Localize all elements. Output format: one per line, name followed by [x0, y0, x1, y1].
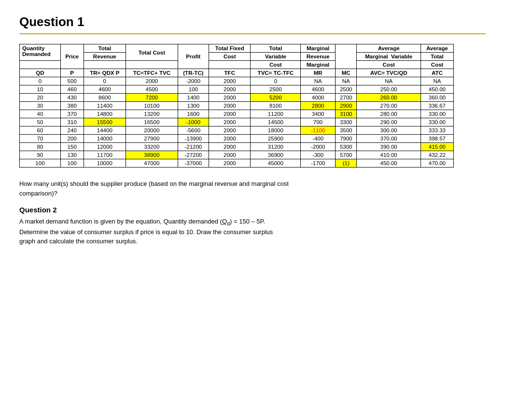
col-tr-abbr [84, 61, 126, 69]
cell-avc: 250.00 [357, 85, 421, 94]
cell-mc: 3500 [335, 126, 357, 135]
col-tvc-header2: Variable [251, 53, 301, 61]
cell-profit: 1600 [178, 110, 209, 118]
cell-mc: 5300 [335, 143, 357, 151]
economics-table: QuantityDemanded Price Total Total Cost … [19, 44, 454, 168]
col-qd-sym: QD [20, 69, 61, 77]
cell-p: 200 [60, 135, 84, 143]
cell-atc: 330.00 [421, 118, 453, 126]
cell-mr: 4600 [301, 85, 336, 94]
cell-mr: 2800 [301, 102, 336, 110]
col-qd-header: QuantityDemanded [20, 44, 61, 61]
cell-mr: 3400 [301, 110, 336, 118]
cell-profit: 1400 [178, 94, 209, 102]
col-avc-header2: Marginal Variable [357, 53, 421, 61]
cell-mc: 2700 [335, 94, 357, 102]
cell-qd: 90 [20, 151, 61, 159]
cell-atc: 415.00 [421, 143, 453, 151]
cell-mr: -1100 [301, 126, 336, 135]
cell-tvc: 2500 [251, 85, 301, 94]
cell-tc: 2000 [126, 77, 178, 85]
col-tc-abbr [126, 61, 178, 69]
cell-tfc: 2000 [209, 143, 251, 151]
cell-tfc: 2000 [209, 110, 251, 118]
cell-tc: 7200 [126, 94, 178, 102]
table-row: 901301170038900-27200200036900-300570041… [20, 151, 454, 159]
table-row: 1001001000047000-37000200045000-1700(1)4… [20, 159, 454, 168]
col-atc-abbr: Cost [421, 61, 453, 69]
table-row: 050002000-200020000NANANANA [20, 77, 454, 85]
cell-tr: 11700 [84, 151, 126, 159]
cell-atc: 360.00 [421, 94, 453, 102]
cell-mc: NA [335, 77, 357, 85]
header-row-3: Cost Marginal Cost Cost [20, 61, 454, 69]
col-tfc-sym: TFC [209, 69, 251, 77]
cell-tc: 13200 [126, 110, 178, 118]
cell-p: 380 [60, 102, 84, 110]
cell-avc: 300.00 [357, 126, 421, 135]
cell-mr: -400 [301, 135, 336, 143]
cell-atc: 330.00 [421, 110, 453, 118]
cell-avc: 370.00 [357, 135, 421, 143]
cell-mr: 700 [301, 118, 336, 126]
cell-mc: 3300 [335, 118, 357, 126]
cell-tr: 10000 [84, 159, 126, 168]
cell-atc: 470.00 [421, 159, 453, 168]
cell-atc: 333.33 [421, 126, 453, 135]
divider [19, 33, 486, 34]
col-mr-header: Marginal [301, 44, 336, 53]
col-mr-sym: MR [301, 69, 336, 77]
main-table-wrapper: QuantityDemanded Price Total Total Cost … [19, 44, 486, 168]
col-atc-sym: ATC [421, 69, 453, 77]
col-atc-header: Average [421, 44, 453, 53]
cell-p: 460 [60, 85, 84, 94]
col-tr-header: Total [84, 44, 126, 53]
cell-p: 100 [60, 159, 84, 168]
cell-tfc: 2000 [209, 102, 251, 110]
table-row: 702001400027900-13900200025900-400790037… [20, 135, 454, 143]
cell-tfc: 2000 [209, 94, 251, 102]
cell-p: 130 [60, 151, 84, 159]
cell-atc: 398.57 [421, 135, 453, 143]
col-tfc-header2: Cost [209, 53, 251, 61]
cell-profit: -1000 [178, 118, 209, 126]
cell-atc: 450.00 [421, 85, 453, 94]
cell-tfc: 2000 [209, 135, 251, 143]
cell-atc: NA [421, 77, 453, 85]
cell-avc: 280.00 [357, 110, 421, 118]
col-tc-header: Total Cost [126, 44, 178, 61]
cell-qd: 20 [20, 94, 61, 102]
cell-tfc: 2000 [209, 126, 251, 135]
cell-profit: -21200 [178, 143, 209, 151]
cell-avc: 450.00 [357, 159, 421, 168]
cell-profit: -13900 [178, 135, 209, 143]
cell-mr: -1700 [301, 159, 336, 168]
cell-tr: 15500 [84, 118, 126, 126]
table-row: 204308600720014002000520040002700260.003… [20, 94, 454, 102]
question2-title: Question 2 [19, 206, 486, 214]
table-row: 403701480013200160020001120034003100280.… [20, 110, 454, 118]
cell-tvc: 45000 [251, 159, 301, 168]
col-tvc-abbr: Cost [251, 61, 301, 69]
col-mr-header2: Revenue [301, 53, 336, 61]
col-avc-abbr: Cost [357, 61, 421, 69]
cell-mc: 3100 [335, 110, 357, 118]
cell-tvc: 18000 [251, 126, 301, 135]
col-tr-header2: Revenue [84, 53, 126, 61]
page-title: Question 1 [19, 14, 486, 29]
cell-qd: 10 [20, 85, 61, 94]
cell-mc: (1) [335, 159, 357, 168]
cell-tr: 8600 [84, 94, 126, 102]
cell-tc: 27900 [126, 135, 178, 143]
col-mc-header [335, 44, 357, 69]
cell-tfc: 2000 [209, 159, 251, 168]
cell-mc: 2500 [335, 85, 357, 94]
header-row-1: QuantityDemanded Price Total Total Cost … [20, 44, 454, 53]
header-row-4: QD P TR= QDX P TC=TFC+ TVC (TR-TC) TFC T… [20, 69, 454, 77]
cell-tc: 4500 [126, 85, 178, 94]
cell-p: 240 [60, 126, 84, 135]
col-tvc-label1: Total [251, 44, 301, 53]
table-row: 30380114001010013002000810028002900270.0… [20, 102, 454, 110]
col-tfc-header: Total Fixed [209, 44, 251, 53]
cell-tfc: 2000 [209, 85, 251, 94]
